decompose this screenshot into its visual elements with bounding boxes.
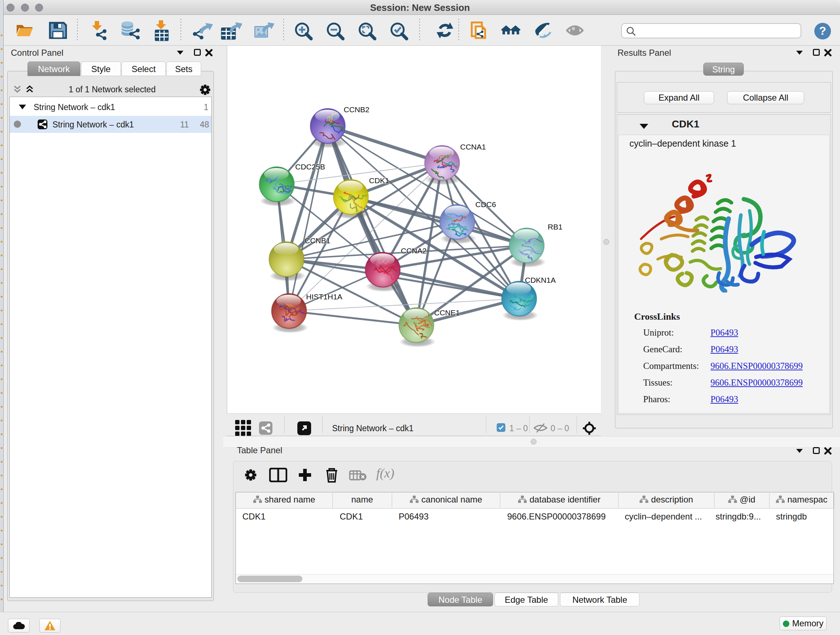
svg-text:CCNA1: CCNA1	[460, 143, 486, 151]
svg-text:CCNB2: CCNB2	[344, 105, 369, 114]
svg-text:HIST1H1A: HIST1H1A	[306, 293, 342, 301]
svg-text:CCNA2: CCNA2	[401, 247, 426, 255]
svg-text:CDC25B: CDC25B	[295, 163, 325, 171]
svg-text:CDC6: CDC6	[475, 200, 496, 209]
svg-text:CDK1: CDK1	[369, 176, 389, 185]
svg-text:CDKN1A: CDKN1A	[525, 276, 556, 284]
svg-text:CCNB1: CCNB1	[305, 236, 330, 245]
svg-text:CCNE1: CCNE1	[434, 309, 460, 317]
svg-text:?: ?	[819, 24, 826, 37]
svg-text:RB1: RB1	[548, 223, 562, 231]
